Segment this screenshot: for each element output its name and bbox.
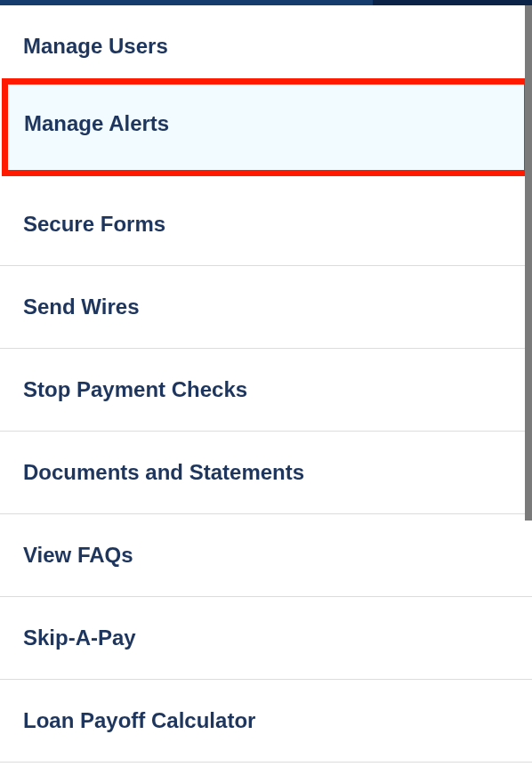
menu-item-view-faqs[interactable]: View FAQs xyxy=(0,514,532,597)
menu-item-manage-users[interactable]: Manage Users xyxy=(0,5,532,78)
menu-item-label: Manage Alerts xyxy=(24,111,169,135)
menu-item-loan-payoff-calculator[interactable]: Loan Payoff Calculator xyxy=(0,680,532,763)
menu-item-skip-a-pay[interactable]: Skip-A-Pay xyxy=(0,597,532,680)
scrollbar-edge[interactable] xyxy=(525,0,532,521)
menu-item-documents-and-statements[interactable]: Documents and Statements xyxy=(0,432,532,514)
menu-item-manage-alerts-wrap: Manage Alerts xyxy=(0,78,532,183)
menu-item-label: Send Wires xyxy=(23,295,140,319)
menu-item-label: Manage Users xyxy=(23,34,168,58)
menu-item-stop-payment-checks[interactable]: Stop Payment Checks xyxy=(0,349,532,432)
menu-item-label: View FAQs xyxy=(23,543,133,567)
menu-item-label: Secure Forms xyxy=(23,212,165,236)
menu-list: Manage Users Manage Alerts Secure Forms … xyxy=(0,5,532,763)
menu-item-label: Documents and Statements xyxy=(23,460,304,484)
menu-item-label: Skip-A-Pay xyxy=(23,626,136,650)
menu-item-secure-forms[interactable]: Secure Forms xyxy=(0,183,532,266)
menu-item-label: Stop Payment Checks xyxy=(23,377,247,401)
menu-item-label: Loan Payoff Calculator xyxy=(23,708,255,732)
menu-item-manage-alerts[interactable]: Manage Alerts xyxy=(2,78,530,176)
menu-item-send-wires[interactable]: Send Wires xyxy=(0,266,532,349)
